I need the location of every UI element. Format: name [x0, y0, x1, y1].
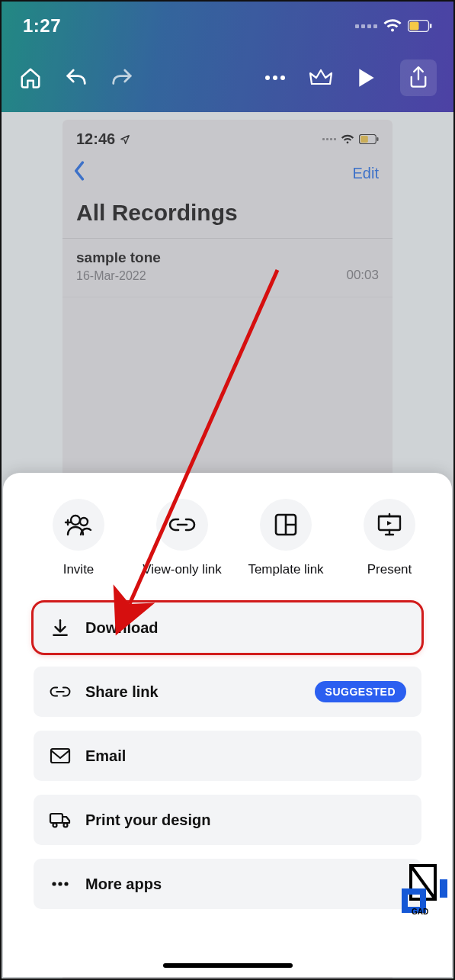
- truck-icon: [49, 811, 72, 828]
- svg-point-10: [80, 518, 88, 525]
- view-only-label: View-only link: [143, 561, 222, 595]
- share-top-row[interactable]: Invite View-only link Template link Pres…: [3, 473, 452, 595]
- more-icon[interactable]: [263, 66, 287, 90]
- print-option[interactable]: Print your design: [34, 795, 421, 845]
- svg-point-4: [273, 76, 277, 80]
- view-only-link-option[interactable]: View-only link: [140, 499, 224, 595]
- template-link-option[interactable]: Template link: [244, 499, 328, 595]
- email-label: Email: [85, 747, 406, 765]
- email-icon: [49, 747, 72, 764]
- svg-rect-32: [440, 879, 447, 898]
- present-icon: [364, 499, 415, 551]
- share-link-icon: [49, 685, 72, 699]
- undo-icon[interactable]: [64, 66, 88, 90]
- svg-point-24: [53, 824, 57, 827]
- play-icon[interactable]: [354, 66, 379, 90]
- present-label: Present: [367, 561, 412, 595]
- link-icon: [156, 499, 208, 551]
- svg-point-9: [71, 516, 80, 525]
- print-label: Print your design: [85, 811, 406, 829]
- suggested-badge: SUGGESTED: [315, 681, 406, 702]
- download-icon: [49, 618, 72, 638]
- watermark: GAD: [383, 861, 449, 924]
- present-option[interactable]: Present: [348, 499, 431, 595]
- crown-icon[interactable]: [309, 66, 333, 90]
- share-link-option[interactable]: Share link SUGGESTED: [34, 667, 421, 717]
- more-apps-label: More apps: [85, 876, 406, 893]
- clipboard-option[interactable]: Clipbo: [451, 499, 452, 595]
- share-link-label: Share link: [85, 683, 301, 701]
- template-label: Template link: [248, 561, 323, 595]
- status-right: [355, 18, 432, 34]
- app-toolbar: [2, 43, 453, 104]
- toolbar-right: [263, 59, 437, 96]
- redo-icon[interactable]: [110, 66, 134, 90]
- share-button[interactable]: [400, 59, 437, 96]
- email-option[interactable]: Email: [34, 731, 421, 781]
- svg-point-27: [58, 882, 62, 885]
- status-bar: 1:27: [2, 2, 453, 43]
- status-time: 1:27: [23, 15, 61, 37]
- invite-option[interactable]: Invite: [37, 499, 120, 595]
- home-icon[interactable]: [18, 66, 43, 90]
- invite-label: Invite: [63, 561, 95, 595]
- toolbar-left: [18, 66, 134, 90]
- download-option[interactable]: Download: [34, 602, 421, 653]
- svg-point-5: [280, 76, 285, 80]
- home-indicator[interactable]: [163, 963, 293, 968]
- app-frame: 1:27: [0, 0, 455, 980]
- cellular-icon: [355, 24, 377, 28]
- header-gradient: 1:27: [2, 2, 453, 112]
- svg-rect-1: [410, 22, 419, 31]
- svg-rect-22: [51, 749, 69, 763]
- svg-point-26: [52, 882, 56, 885]
- svg-point-28: [64, 882, 68, 885]
- invite-icon: [53, 499, 104, 551]
- download-label: Download: [85, 619, 406, 637]
- svg-point-25: [64, 824, 68, 827]
- more-apps-icon: [49, 881, 72, 887]
- svg-point-3: [265, 76, 270, 80]
- battery-icon: [408, 20, 432, 32]
- wifi-icon: [383, 18, 402, 34]
- more-apps-option[interactable]: More apps: [34, 859, 421, 909]
- svg-rect-23: [50, 814, 62, 823]
- svg-text:GAD: GAD: [412, 908, 428, 916]
- svg-rect-2: [430, 24, 431, 28]
- template-icon: [260, 499, 312, 551]
